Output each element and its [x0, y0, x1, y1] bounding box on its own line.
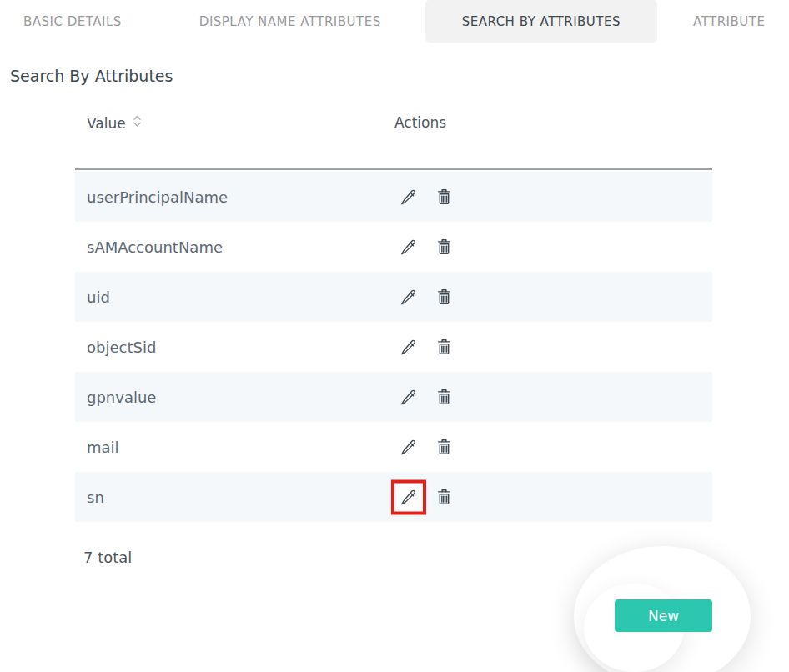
row-actions	[400, 488, 454, 507]
page-title: Search By Attributes	[10, 65, 789, 87]
row-value: gpnvalue	[87, 389, 156, 406]
table-row: uid	[75, 272, 712, 322]
row-actions	[400, 438, 454, 457]
delete-button[interactable]	[435, 488, 454, 507]
row-value: mail	[87, 439, 119, 456]
new-button[interactable]: New	[615, 599, 712, 632]
table-row: userPrincipalName	[75, 172, 712, 222]
edit-button[interactable]	[400, 188, 418, 206]
delete-button[interactable]	[435, 338, 454, 357]
pencil-icon	[400, 388, 418, 406]
row-actions	[400, 388, 454, 407]
trash-icon	[435, 238, 454, 257]
row-actions	[400, 288, 454, 307]
pencil-icon	[400, 338, 418, 356]
pencil-icon	[400, 188, 418, 206]
pencil-icon	[400, 488, 418, 506]
edit-button[interactable]	[400, 338, 418, 356]
edit-button[interactable]	[400, 488, 418, 506]
table-row: sAMAccountName	[75, 222, 712, 272]
pencil-icon	[400, 238, 418, 256]
delete-button[interactable]	[435, 288, 454, 307]
row-value: sn	[87, 489, 104, 506]
table-row: mail	[75, 422, 712, 472]
row-actions	[400, 338, 454, 357]
delete-button[interactable]	[435, 238, 454, 257]
row-value: objectSid	[87, 339, 156, 356]
tab-basic-details[interactable]: BASIC DETAILS	[23, 0, 122, 43]
edit-button[interactable]	[400, 238, 418, 256]
row-value: sAMAccountName	[87, 238, 223, 256]
delete-button[interactable]	[435, 388, 454, 407]
sort-icon[interactable]	[132, 114, 143, 132]
row-value: uid	[87, 288, 110, 306]
trash-icon	[435, 188, 454, 207]
row-actions	[400, 188, 454, 207]
trash-icon	[435, 388, 454, 407]
column-header-value[interactable]: Value	[87, 114, 143, 132]
trash-icon	[435, 438, 454, 457]
search-attributes-table: Value Actions userPrincipalName	[75, 114, 712, 522]
trash-icon	[435, 488, 454, 507]
tab-attribute[interactable]: ATTRIBUTE	[693, 0, 765, 43]
column-header-value-label: Value	[87, 115, 126, 132]
table-body: userPrincipalName	[75, 172, 712, 522]
pencil-icon	[400, 288, 418, 306]
table-row-sn: sn	[75, 472, 712, 522]
delete-button[interactable]	[435, 438, 454, 457]
pencil-icon	[400, 438, 418, 456]
table-header-row: Value Actions	[75, 114, 712, 170]
column-header-actions: Actions	[394, 114, 446, 131]
tab-display-name-attributes[interactable]: DISPLAY NAME ATTRIBUTES	[199, 0, 381, 43]
row-value: userPrincipalName	[87, 188, 228, 206]
trash-icon	[435, 338, 454, 357]
row-actions	[400, 238, 454, 257]
highlight-annotation	[391, 479, 426, 514]
table-row: objectSid	[75, 322, 712, 372]
delete-button[interactable]	[435, 188, 454, 207]
table-row: gpnvalue	[75, 372, 712, 422]
tab-bar: BASIC DETAILS DISPLAY NAME ATTRIBUTES SE…	[0, 0, 789, 43]
tab-search-by-attributes[interactable]: SEARCH BY ATTRIBUTES	[425, 0, 657, 43]
edit-button[interactable]	[400, 288, 418, 306]
edit-button[interactable]	[400, 388, 418, 406]
edit-button[interactable]	[400, 438, 418, 456]
trash-icon	[435, 288, 454, 307]
